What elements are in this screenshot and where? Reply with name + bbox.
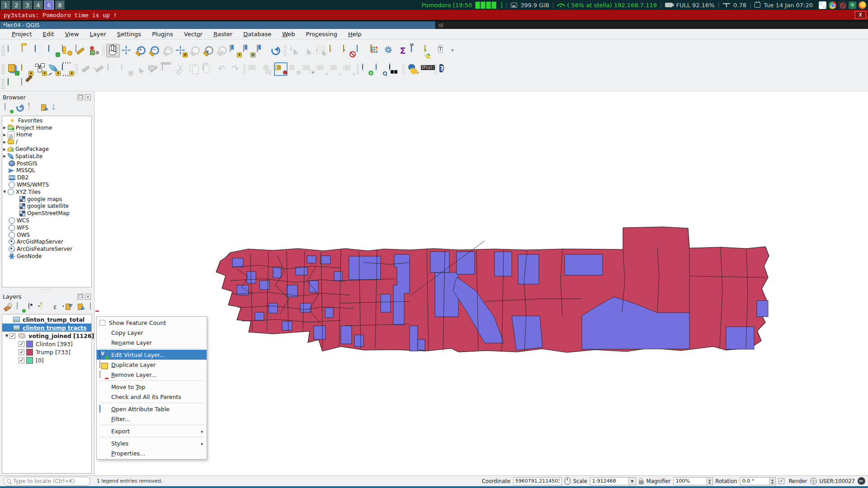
menu-processing[interactable]: Processing	[301, 30, 343, 38]
redo-button[interactable]: ↷	[228, 62, 242, 76]
delete-selected-button[interactable]	[160, 62, 174, 76]
data-source-manager-button[interactable]	[6, 62, 20, 76]
browser-item-db2[interactable]: DB2DB2	[2, 174, 91, 181]
select-features-tool[interactable]	[315, 44, 328, 57]
toggle-editing-button[interactable]	[93, 62, 106, 76]
undo-button[interactable]: ↶	[215, 62, 228, 76]
menu-remove-layer[interactable]: Remove Layer...	[97, 370, 207, 380]
magnifier-stepper[interactable]: ▲▼	[707, 477, 713, 485]
layer-row-clinton-trump-tracts[interactable]: clinton trump tracts	[2, 324, 91, 332]
workspace-6-active[interactable]: 6	[44, 0, 54, 9]
zoom-last-button[interactable]	[201, 44, 215, 57]
rotation-stepper[interactable]: ▲▼	[770, 477, 776, 485]
run-feature-action-tool[interactable]	[301, 44, 315, 57]
cut-features-button[interactable]	[174, 62, 188, 76]
render-checkbox[interactable]	[778, 478, 784, 484]
browser-tray-icon[interactable]	[829, 1, 836, 9]
menu-open-attribute-table[interactable]: Open Attribute Table	[97, 404, 207, 414]
terminal-window-tab[interactable]: st	[435, 21, 868, 29]
layout-manager-button[interactable]	[74, 44, 88, 57]
workspace-1[interactable]: 1	[1, 0, 10, 9]
menu-view[interactable]: View	[60, 30, 85, 38]
menu-web[interactable]: Web	[277, 30, 300, 38]
browser-item-google-satellite[interactable]: google satellite	[2, 203, 91, 210]
browser-item-openstreetmap[interactable]: OpenStreetMap	[2, 210, 91, 217]
do-not-disturb-tray-icon[interactable]	[839, 1, 846, 9]
copy-features-button[interactable]	[188, 62, 201, 76]
pan-to-selection-button[interactable]	[120, 44, 133, 57]
remove-layer-button[interactable]	[89, 303, 97, 311]
refresh-map-button[interactable]	[269, 44, 283, 57]
menu-project[interactable]: Project	[6, 30, 38, 38]
menu-help[interactable]: Help	[343, 30, 367, 38]
menu-styles[interactable]: Styles▸	[97, 438, 207, 448]
style-manager-button[interactable]: a	[88, 44, 101, 57]
zoom-in-tool[interactable]: +	[133, 44, 147, 57]
browser-close-button[interactable]	[85, 94, 91, 100]
browser-item-wcs[interactable]: WCS	[2, 217, 91, 224]
menu-rename-layer[interactable]: Rename Layer	[97, 338, 207, 347]
legend-checkbox[interactable]	[19, 349, 24, 355]
toolbar-drag-handle[interactable]	[1, 79, 5, 89]
coordinate-input[interactable]	[515, 478, 560, 484]
qgis-window-tab[interactable]: *lec04 - QGIS	[0, 21, 435, 29]
paste-features-button[interactable]	[201, 62, 215, 76]
zoom-to-selection-button[interactable]	[188, 44, 201, 57]
move-label-button[interactable]: abc➜	[315, 62, 328, 76]
browser-item-geopackage[interactable]: ▶GeoPackage	[2, 145, 91, 153]
add-feature-button[interactable]	[120, 62, 133, 76]
dropbox-tray-icon[interactable]	[819, 1, 826, 9]
menu-export[interactable]: Export▸	[97, 426, 207, 436]
map-tips-button[interactable]	[423, 44, 437, 57]
zoom-native-button[interactable]: 1:1	[160, 44, 174, 57]
workspace-2[interactable]: 2	[12, 0, 21, 9]
browser-item-geonode[interactable]: GeoNode	[2, 253, 91, 260]
layers-close-button[interactable]	[85, 294, 91, 300]
metasearch-button[interactable]	[387, 62, 401, 76]
show-hide-labels-button[interactable]: abc	[301, 62, 315, 76]
messages-icon[interactable]	[858, 477, 865, 485]
menu-duplicate-layer[interactable]: Duplicate Layer	[97, 360, 207, 370]
menu-database[interactable]: Database	[238, 30, 277, 38]
new-virtual-layer-button[interactable]	[61, 62, 74, 76]
collapse-all-layers-button[interactable]	[77, 303, 85, 311]
browser-item-arcgis-mapserver[interactable]: ArcGisMapServer	[2, 239, 91, 246]
map-canvas[interactable]	[94, 91, 868, 475]
menu-plugins[interactable]: Plugins	[146, 30, 179, 38]
layers-float-button[interactable]	[77, 294, 83, 300]
scale-lock-icon[interactable]	[639, 480, 644, 484]
zoom-full-button[interactable]	[174, 44, 188, 57]
browser-item-wms[interactable]: WMS/WMTS	[2, 181, 91, 188]
identify-features-tool[interactable]: i	[288, 44, 301, 57]
menu-vector[interactable]: Vector	[179, 30, 208, 38]
deselect-features-button[interactable]	[342, 44, 355, 57]
crs-globe-icon[interactable]	[810, 478, 817, 484]
manage-map-themes-button[interactable]	[28, 303, 36, 311]
layer-row-clinton-trump-total[interactable]: clinton_trump_total	[2, 315, 91, 324]
menu-edit[interactable]: Edit	[38, 30, 60, 38]
menu-settings[interactable]: Settings	[112, 30, 146, 38]
browser-item-project-home[interactable]: ▶Project Home	[2, 124, 91, 131]
browser-item-google-maps[interactable]: google maps	[2, 196, 91, 203]
zoom-next-button[interactable]	[215, 44, 228, 57]
search-wms-button[interactable]	[374, 62, 387, 76]
menu-show-feature-count[interactable]: Show Feature Count	[97, 318, 207, 328]
menu-properties[interactable]: Properties...	[97, 448, 207, 458]
scale-dropdown-button[interactable]: ▼	[629, 477, 636, 485]
zoom-out-tool[interactable]: −	[147, 44, 160, 57]
new-shapefile-layer-button[interactable]	[33, 62, 47, 76]
pin-unpin-labels-button[interactable]: ab	[288, 62, 301, 76]
locator-search[interactable]	[4, 477, 90, 486]
layer-diagram-button[interactable]	[260, 62, 274, 76]
expand-all-layers-button[interactable]	[65, 303, 73, 311]
legend-checkbox[interactable]	[19, 341, 24, 347]
text-annotation-tool[interactable]: T	[437, 44, 450, 57]
menu-layer[interactable]: Layer	[85, 30, 112, 38]
measure-tool[interactable]	[410, 44, 423, 57]
crs-status[interactable]: USER:100027	[820, 478, 855, 484]
new-print-layout-button[interactable]	[61, 44, 74, 57]
statistical-summary-button[interactable]: Σ	[396, 44, 410, 57]
bookmark-manager-button[interactable]	[255, 44, 269, 57]
layer-checkbox[interactable]	[9, 333, 15, 339]
statistics-abacus-button[interactable]	[369, 44, 382, 57]
